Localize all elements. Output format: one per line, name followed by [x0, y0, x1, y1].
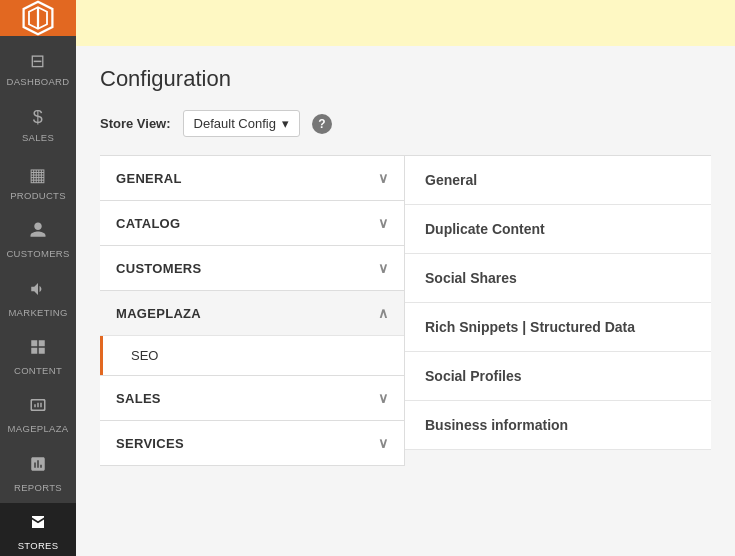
- sidebar-item-label: CONTENT: [14, 365, 62, 376]
- accordion-header-mageplaza[interactable]: MAGEPLAZA ∧: [100, 291, 404, 335]
- page-title: Configuration: [100, 66, 711, 92]
- accordion-header-catalog[interactable]: CATALOG ∨: [100, 201, 404, 245]
- mageplaza-icon: [29, 396, 47, 419]
- customers-icon: [29, 221, 47, 244]
- right-item-general[interactable]: General: [405, 156, 711, 205]
- store-view-value: Default Config: [194, 116, 276, 131]
- chevron-up-icon: ∧: [378, 305, 388, 321]
- sidebar-item-stores[interactable]: STORES: [0, 503, 76, 556]
- reports-icon: [29, 455, 47, 478]
- right-item-business-information[interactable]: Business information: [405, 401, 711, 450]
- right-item-label-duplicate-content: Duplicate Content: [425, 221, 545, 237]
- right-item-social-shares[interactable]: Social Shares: [405, 254, 711, 303]
- products-icon: ▦: [29, 164, 46, 186]
- sidebar-item-dashboard[interactable]: ⊟ DASHBOARD: [0, 40, 76, 97]
- sidebar-item-label: STORES: [18, 540, 59, 551]
- right-item-social-profiles[interactable]: Social Profiles: [405, 352, 711, 401]
- right-panel: General Duplicate Content Social Shares …: [405, 156, 711, 466]
- sidebar-item-label: SALES: [22, 132, 54, 143]
- chevron-down-icon: ∨: [378, 435, 388, 451]
- sub-item-seo[interactable]: SEO: [100, 336, 404, 375]
- chevron-down-icon: ∨: [378, 390, 388, 406]
- content-icon: [29, 338, 47, 361]
- right-item-duplicate-content[interactable]: Duplicate Content: [405, 205, 711, 254]
- sidebar-item-content[interactable]: CONTENT: [0, 328, 76, 386]
- sidebar: ⊟ DASHBOARD $ SALES ▦ PRODUCTS CUSTOMERS…: [0, 0, 76, 556]
- content-area: Configuration Store View: Default Config…: [76, 46, 735, 556]
- sidebar-item-reports[interactable]: REPORTS: [0, 445, 76, 503]
- accordion-label-mageplaza: MAGEPLAZA: [116, 306, 201, 321]
- sidebar-item-label: REPORTS: [14, 482, 62, 493]
- sub-item-label-seo: SEO: [131, 348, 158, 363]
- right-item-label-general: General: [425, 172, 477, 188]
- stores-icon: [29, 513, 47, 536]
- dropdown-arrow-icon: ▾: [282, 116, 289, 131]
- accordion-sub-mageplaza: SEO: [100, 335, 404, 375]
- accordion-label-catalog: CATALOG: [116, 216, 180, 231]
- accordion-label-customers: CUSTOMERS: [116, 261, 202, 276]
- accordion-item-services: SERVICES ∨: [100, 421, 404, 466]
- sidebar-item-products[interactable]: ▦ PRODUCTS: [0, 154, 76, 211]
- right-item-rich-snippets[interactable]: Rich Snippets | Structured Data: [405, 303, 711, 352]
- right-item-label-rich-snippets: Rich Snippets | Structured Data: [425, 319, 635, 335]
- sidebar-item-customers[interactable]: CUSTOMERS: [0, 211, 76, 269]
- accordion-item-catalog: CATALOG ∨: [100, 201, 404, 246]
- accordion-item-mageplaza: MAGEPLAZA ∧ SEO: [100, 291, 404, 376]
- chevron-down-icon: ∨: [378, 260, 388, 276]
- right-item-label-business-information: Business information: [425, 417, 568, 433]
- store-view-label: Store View:: [100, 116, 171, 131]
- sidebar-item-label: MAGEPLAZA: [8, 423, 69, 434]
- marketing-icon: [29, 280, 47, 303]
- accordion-item-general: GENERAL ∨: [100, 156, 404, 201]
- accordion-header-customers[interactable]: CUSTOMERS ∨: [100, 246, 404, 290]
- sidebar-item-label: CUSTOMERS: [6, 248, 69, 259]
- sidebar-item-sales[interactable]: $ SALES: [0, 97, 76, 153]
- accordion-item-customers: CUSTOMERS ∨: [100, 246, 404, 291]
- right-item-label-social-shares: Social Shares: [425, 270, 517, 286]
- accordion-header-general[interactable]: GENERAL ∨: [100, 156, 404, 200]
- accordion-label-general: GENERAL: [116, 171, 182, 186]
- notice-bar: [76, 0, 735, 46]
- sidebar-item-marketing[interactable]: MARKETING: [0, 270, 76, 328]
- right-item-label-social-profiles: Social Profiles: [425, 368, 521, 384]
- chevron-down-icon: ∨: [378, 215, 388, 231]
- accordion-label-services: SERVICES: [116, 436, 184, 451]
- dashboard-icon: ⊟: [30, 50, 45, 72]
- help-icon[interactable]: ?: [312, 114, 332, 134]
- sidebar-item-mageplaza[interactable]: MAGEPLAZA: [0, 386, 76, 444]
- store-view-row: Store View: Default Config ▾ ?: [100, 110, 711, 137]
- left-panel: GENERAL ∨ CATALOG ∨ CUSTOMERS ∨: [100, 156, 405, 466]
- accordion-header-services[interactable]: SERVICES ∨: [100, 421, 404, 465]
- accordion-header-sales[interactable]: SALES ∨: [100, 376, 404, 420]
- main-content: Configuration Store View: Default Config…: [76, 0, 735, 556]
- sidebar-logo[interactable]: [0, 0, 76, 36]
- config-layout: GENERAL ∨ CATALOG ∨ CUSTOMERS ∨: [100, 155, 711, 466]
- sidebar-item-label: MARKETING: [8, 307, 67, 318]
- accordion-label-sales: SALES: [116, 391, 161, 406]
- sales-icon: $: [33, 107, 43, 128]
- sidebar-item-label: DASHBOARD: [7, 76, 70, 87]
- store-view-select[interactable]: Default Config ▾: [183, 110, 300, 137]
- sidebar-item-label: PRODUCTS: [10, 190, 66, 201]
- chevron-down-icon: ∨: [378, 170, 388, 186]
- accordion-item-sales: SALES ∨: [100, 376, 404, 421]
